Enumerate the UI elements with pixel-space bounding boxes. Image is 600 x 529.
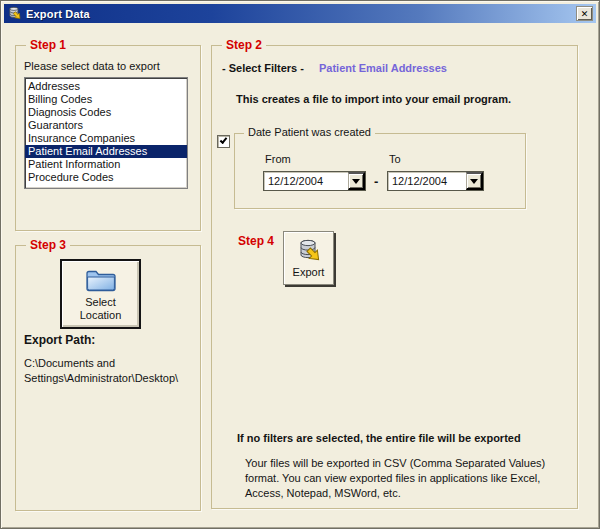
list-item-selected[interactable]: Patient Email Addresses [25, 145, 187, 158]
data-type-listbox[interactable]: Addresses Billing Codes Diagnosis Codes … [24, 77, 188, 189]
close-icon: ✕ [581, 9, 589, 19]
selected-filter-value: Patient Email Addresses [319, 62, 447, 74]
database-export-icon [7, 6, 22, 21]
list-item[interactable]: Insurance Companies [25, 132, 187, 145]
to-date-value[interactable]: 12/12/2004 [388, 172, 466, 190]
export-button[interactable]: Export [283, 231, 334, 285]
to-label: To [389, 153, 401, 165]
check-icon [220, 136, 228, 144]
step1-groupbox: Step 1 Please select data to export Addr… [15, 45, 201, 231]
list-item[interactable]: Patient Information [25, 158, 187, 171]
folder-icon [84, 266, 118, 293]
caret-down-icon [470, 179, 478, 188]
step2-legend: Step 2 [222, 38, 266, 52]
date-created-groupbox: Date Patient was created From To 12/12/2… [234, 133, 526, 209]
no-filters-note: If no filters are selected, the entire f… [237, 432, 521, 444]
from-date-value[interactable]: 12/12/2004 [264, 172, 348, 190]
to-date-dropdown-button[interactable] [466, 172, 483, 190]
select-filters-label: - Select Filters - [222, 62, 304, 74]
filters-row: - Select Filters - Patient Email Address… [222, 62, 447, 74]
select-data-label: Please select data to export [24, 60, 160, 72]
list-item[interactable]: Diagnosis Codes [25, 106, 187, 119]
step3-groupbox: Step 3 Select Location Export Path: C:\D… [15, 245, 201, 511]
step2-groupbox: Step 2 - Select Filters - Patient Email … [211, 45, 578, 509]
date-created-legend: Date Patient was created [244, 126, 375, 138]
step3-legend: Step 3 [26, 238, 70, 252]
list-item[interactable]: Billing Codes [25, 93, 187, 106]
export-data-dialog: Export Data ✕ Step 1 Please select data … [0, 0, 600, 529]
select-location-label: Select Location [76, 296, 126, 322]
csv-format-note: Your files will be exported in CSV (Comm… [245, 456, 570, 501]
export-path-value: C:\Documents and Settings\Administrator\… [24, 356, 198, 386]
database-export-icon [296, 238, 322, 264]
from-label: From [265, 153, 291, 165]
export-path-label: Export Path: [24, 333, 95, 347]
titlebar: Export Data ✕ [4, 4, 596, 23]
date-filter-checkbox[interactable] [217, 135, 230, 148]
step1-legend: Step 1 [26, 38, 70, 52]
date-range-separator: - [374, 174, 378, 189]
from-date-combobox[interactable]: 12/12/2004 [263, 171, 366, 191]
select-location-button[interactable]: Select Location [60, 259, 141, 329]
list-item[interactable]: Guarantors [25, 119, 187, 132]
window-title: Export Data [26, 8, 90, 20]
filter-description: This creates a file to import into your … [236, 93, 511, 105]
list-item[interactable]: Procedure Codes [25, 171, 187, 184]
export-button-label: Export [293, 266, 325, 278]
to-date-combobox[interactable]: 12/12/2004 [387, 171, 484, 191]
from-date-dropdown-button[interactable] [348, 172, 365, 190]
list-item[interactable]: Addresses [25, 80, 187, 93]
step4-label: Step 4 [238, 234, 274, 248]
close-button[interactable]: ✕ [576, 6, 593, 21]
caret-down-icon [352, 179, 360, 188]
